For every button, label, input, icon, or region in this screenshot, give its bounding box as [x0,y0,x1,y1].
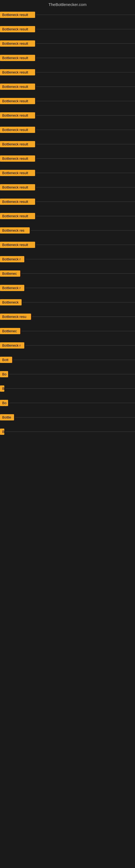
section-divider [0,91,135,96]
row-line [36,173,135,173]
bottleneck-badge[interactable]: Bottleneck res [0,227,30,234]
list-item [0,489,135,499]
section-divider [0,408,135,412]
bottleneck-badge[interactable]: Bottleneck result [0,155,35,162]
list-item [0,441,135,452]
section-divider [0,307,135,312]
bottleneck-badge[interactable]: Bottleneck [0,299,21,305]
bottleneck-badge[interactable]: Bottleneck result [0,55,35,61]
list-item: Bottlenec [0,269,135,278]
bottleneck-badge[interactable]: Bottleneck result [0,242,35,248]
section-divider [0,149,135,154]
list-item: Bottleneck result [0,168,135,178]
bottleneck-badge[interactable]: Bottleneck result [0,141,35,147]
section-divider [0,365,135,369]
bottleneck-badge[interactable]: Bottleneck result [0,40,35,46]
row-line [36,29,135,29]
row-line [15,417,135,417]
section-divider [0,48,135,53]
list-item: Bottleneck result [0,82,135,91]
row-line [36,187,135,187]
bottleneck-badge[interactable]: Bottleneck result [0,26,35,32]
row-line [21,273,135,274]
section-divider [0,452,135,457]
list-item: Bott [0,355,135,365]
row-line [23,302,135,303]
list-item [0,473,135,484]
row-line [36,144,135,144]
rows-container: Bottleneck resultBottleneck resultBottle… [0,10,135,504]
list-item: B [0,427,135,436]
section-divider [0,293,135,298]
bottleneck-badge[interactable]: Bottleneck result [0,213,35,219]
bottleneck-badge[interactable]: Bottleneck result [0,170,35,176]
list-item: Bottleneck result [0,197,135,207]
list-item: Bottle [0,412,135,422]
section-divider [0,77,135,82]
section-divider [0,436,135,441]
section-divider [0,321,135,326]
list-item: Bottleneck result [0,24,135,34]
bottleneck-badge[interactable]: B [0,429,4,435]
section-divider [0,468,135,473]
bottleneck-badge[interactable]: Bott [0,357,12,363]
bottleneck-badge[interactable]: Bottleneck result [0,112,35,119]
bottleneck-badge[interactable]: Bottleneck r [0,256,24,262]
row-line [36,245,135,245]
bottleneck-badge[interactable]: Bottleneck r [0,342,24,348]
bottleneck-badge[interactable]: Bottleneck result [0,98,35,104]
bottleneck-badge[interactable]: Bo [0,371,8,377]
row-line [36,101,135,101]
row-line [9,403,135,403]
section-divider [0,499,135,504]
section-divider [0,106,135,111]
bottleneck-badge[interactable]: B [0,385,4,392]
bottleneck-badge[interactable]: Bottleneck result [0,84,35,90]
section-divider [0,422,135,427]
list-item: Bottleneck result [0,240,135,250]
bottleneck-badge[interactable]: Bottleneck result [0,184,35,190]
bottleneck-badge[interactable]: Bottlenec [0,271,20,277]
bottleneck-badge[interactable]: Bottleneck result [0,198,35,205]
bottleneck-badge[interactable]: Bottleneck result [0,127,35,133]
bottleneck-badge[interactable]: Bottleneck r [0,285,24,291]
list-item: Bottleneck res [0,226,135,235]
header: TheBottlenecker.com [0,0,135,10]
list-item: Bottleneck result [0,53,135,63]
bottleneck-badge[interactable]: Bottleneck result [0,69,35,75]
list-item: Bottleneck result [0,10,135,20]
row-line [26,259,135,259]
row-line [36,202,135,202]
row-line [5,389,135,389]
bottleneck-badge[interactable]: Bottleneck result [0,12,35,18]
list-item: Bottleneck r [0,283,135,293]
row-line [5,432,135,432]
bottleneck-badge[interactable]: Bottle [0,414,14,421]
row-line [21,331,135,331]
list-item: Bo [0,369,135,379]
row-line [36,87,135,87]
list-item: Bottleneck result [0,67,135,77]
row-line [26,345,135,346]
section-divider [0,20,135,24]
list-item: Bottleneck [0,298,135,307]
section-divider [0,336,135,341]
section-divider [0,278,135,283]
row-line [31,230,135,230]
bottleneck-badge[interactable]: Bottleneck resu [0,314,31,320]
list-item: Bottleneck result [0,39,135,48]
row-line [13,360,135,360]
section-divider [0,264,135,269]
row-line [32,316,135,317]
row-line [36,216,135,216]
section-divider [0,250,135,254]
section-divider [0,192,135,197]
section-divider [0,134,135,140]
row-line [36,72,135,72]
bottleneck-badge[interactable]: Bo [0,400,8,406]
row-line [26,288,135,288]
bottleneck-badge[interactable]: Bottlenec [0,328,20,334]
list-item: Bottleneck r [0,254,135,264]
list-item: Bottleneck result [0,154,135,163]
section-divider [0,163,135,168]
